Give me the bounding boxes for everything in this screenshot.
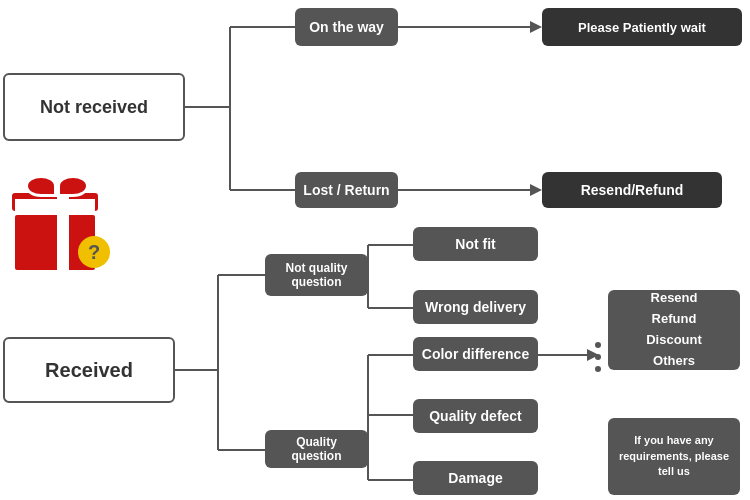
svg-point-21 [595, 366, 601, 372]
not-received-box: Not received [3, 73, 185, 141]
wrong-delivery-box: Wrong delivery [413, 290, 538, 324]
damage-box: Damage [413, 461, 538, 495]
resend-refund-top-box: Resend/Refund [542, 172, 722, 208]
on-the-way-box: On the way [295, 8, 398, 46]
question-icon: ? [78, 236, 110, 268]
svg-point-20 [595, 354, 601, 360]
diagram: Not received On the way Please Patiently… [0, 0, 750, 500]
lost-return-box: Lost / Return [295, 172, 398, 208]
svg-marker-23 [587, 349, 599, 361]
requirements-label: If you have any requirements, please tel… [616, 433, 732, 479]
received-box: Received [3, 337, 175, 403]
gift-icon: ? [10, 175, 110, 270]
quality-question-box: Quality question [265, 430, 368, 468]
not-fit-box: Not fit [413, 227, 538, 261]
color-diff-box: Color difference [413, 337, 538, 371]
svg-marker-7 [530, 184, 542, 196]
not-quality-box: Not quality question [265, 254, 368, 296]
please-wait-box: Please Patiently wait [542, 8, 742, 46]
svg-marker-5 [530, 21, 542, 33]
resend-result-box: Resend Refund Discount Others [608, 290, 740, 370]
resend-result-label: Resend Refund Discount Others [646, 288, 702, 371]
requirements-box: If you have any requirements, please tel… [608, 418, 740, 495]
svg-point-19 [595, 342, 601, 348]
quality-defect-box: Quality defect [413, 399, 538, 433]
